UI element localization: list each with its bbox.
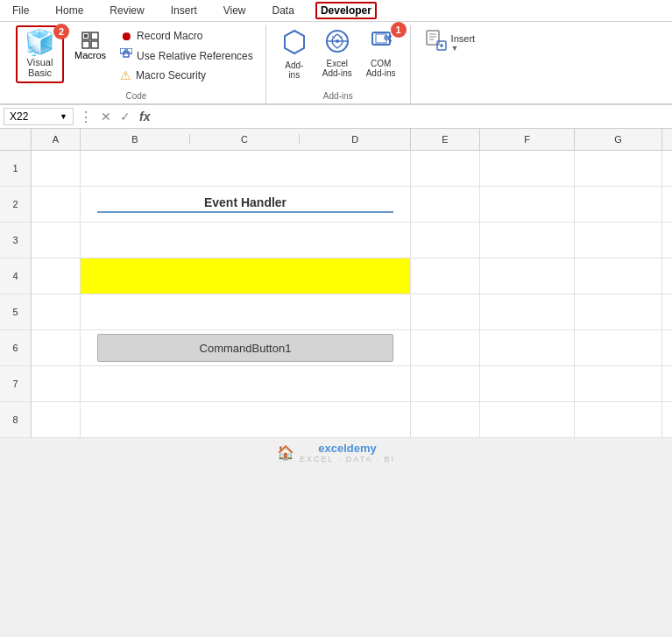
col-header-a[interactable]: A (32, 129, 81, 150)
cell-bcd4[interactable] (81, 258, 411, 294)
watermark: 🏠 exceldemy EXCEL · DATA · BI (0, 438, 672, 467)
col-header-g[interactable]: G (575, 129, 662, 150)
cell-g6[interactable] (575, 330, 662, 365)
visual-basic-icon: 🧊 (25, 31, 55, 55)
cancel-icon[interactable]: ✕ (98, 109, 114, 124)
cell-g2[interactable] (575, 187, 662, 222)
excel-addins-button[interactable]: ExcelAdd-ins (317, 25, 357, 81)
cell-a4[interactable] (32, 258, 81, 294)
menu-bar: File Home Review Insert View Data Develo… (0, 0, 672, 22)
cell-bcd3[interactable] (81, 223, 411, 258)
cell-f4[interactable] (480, 258, 575, 294)
cell-f2[interactable] (480, 187, 575, 222)
cell-g3[interactable] (575, 223, 662, 258)
macro-security-cmd[interactable]: ⚠ Macro Security (117, 67, 257, 84)
cell-e4[interactable] (411, 258, 480, 294)
cell-e7[interactable] (411, 366, 480, 401)
menu-data[interactable]: Data (267, 2, 300, 19)
cell-g5[interactable] (575, 294, 662, 329)
addins-button[interactable]: Add-ins (275, 25, 314, 83)
cell-e5[interactable] (411, 294, 480, 329)
menu-review[interactable]: Review (104, 2, 149, 19)
cell-bcd6[interactable]: CommandButton1 (81, 330, 411, 365)
row-header-2: 2 (0, 187, 32, 222)
menu-insert[interactable]: Insert (166, 2, 202, 19)
cell-g4[interactable] (575, 258, 662, 294)
col-header-b[interactable]: B (81, 134, 190, 145)
svg-marker-8 (285, 31, 304, 53)
cell-bcd1[interactable] (81, 151, 411, 186)
cell-bcd7[interactable] (81, 366, 411, 401)
insert-icon (425, 29, 448, 54)
col-header-e[interactable]: E (411, 129, 480, 150)
ribbon-group-code-content: 🧊 VisualBasic 2 (16, 25, 257, 89)
cell-a8[interactable] (32, 402, 81, 437)
svg-rect-1 (91, 32, 98, 39)
cell-e3[interactable] (411, 223, 480, 258)
fx-icon[interactable]: fx (137, 109, 152, 124)
cell-f8[interactable] (480, 402, 575, 437)
cell-g7[interactable] (575, 366, 662, 401)
cell-g1[interactable] (575, 151, 662, 186)
corner-cell (0, 129, 32, 150)
menu-file[interactable]: File (7, 2, 34, 19)
cell-f6[interactable] (480, 330, 575, 365)
excel-addins-label: ExcelAdd-ins (322, 59, 352, 78)
table-row: 2 Event Handler (0, 187, 672, 223)
cell-e1[interactable] (411, 151, 480, 186)
svg-rect-4 (84, 34, 88, 38)
addins-label: Add-ins (285, 60, 303, 80)
cell-f1[interactable] (480, 151, 575, 186)
row-header-1: 1 (0, 151, 32, 186)
cell-a6[interactable] (32, 330, 81, 365)
svg-rect-6 (124, 52, 129, 57)
table-row: 4 (0, 258, 672, 294)
cell-f5[interactable] (480, 294, 575, 329)
command-button-1[interactable]: CommandButton1 (97, 334, 393, 362)
row-header-5: 5 (0, 294, 32, 329)
com-addins-button[interactable]: COMAdd-ins 1 (361, 25, 401, 81)
menu-developer[interactable]: Developer (315, 2, 377, 19)
name-box[interactable]: X22 ▼ (4, 108, 74, 125)
controls-group-label (420, 99, 481, 103)
name-box-arrow: ▼ (60, 112, 67, 121)
ribbon-group-controls-content: Insert ▼ (420, 25, 481, 99)
command-button-label: CommandButton1 (200, 342, 292, 355)
col-header-f[interactable]: F (480, 129, 575, 150)
macros-button[interactable]: Macros (67, 25, 113, 64)
ribbon-group-addins-content: Add-ins ExcelAdd-ins (275, 25, 401, 89)
cell-bcd2[interactable]: Event Handler (81, 187, 411, 222)
formula-divider: ⋮ (77, 109, 95, 125)
menu-view[interactable]: View (218, 2, 251, 19)
relative-refs-cmd[interactable]: Use Relative References (117, 46, 257, 65)
visual-basic-button[interactable]: 🧊 VisualBasic 2 (16, 25, 64, 83)
confirm-icon[interactable]: ✓ (117, 109, 133, 124)
cell-a3[interactable] (32, 223, 81, 258)
cell-a5[interactable] (32, 294, 81, 329)
svg-rect-3 (91, 41, 98, 48)
formula-input[interactable] (156, 109, 668, 124)
insert-label: Insert (451, 33, 476, 44)
cell-e8[interactable] (411, 402, 480, 437)
cell-f3[interactable] (480, 223, 575, 258)
ribbon-group-addins: Add-ins ExcelAdd-ins (266, 25, 411, 103)
watermark-brand: exceldemy (300, 442, 395, 455)
cell-a1[interactable] (32, 151, 81, 186)
cell-a2[interactable] (32, 187, 81, 222)
cell-f7[interactable] (480, 366, 575, 401)
menu-home[interactable]: Home (50, 2, 88, 19)
cell-e2[interactable] (411, 187, 480, 222)
cell-bcd8[interactable] (81, 402, 411, 437)
macros-label: Macros (74, 50, 106, 60)
svg-rect-5 (120, 48, 125, 53)
col-header-c[interactable]: C (190, 134, 301, 145)
com-addins-icon (369, 29, 393, 57)
cell-e6[interactable] (411, 330, 480, 365)
record-macro-cmd[interactable]: ⏺ Record Macro (117, 27, 257, 45)
cell-bcd5[interactable] (81, 294, 411, 329)
cell-a7[interactable] (32, 366, 81, 401)
col-header-d[interactable]: D (300, 134, 410, 145)
yellow-cell (81, 258, 410, 294)
insert-button[interactable]: Insert ▼ (420, 25, 481, 60)
cell-g8[interactable] (575, 402, 662, 437)
